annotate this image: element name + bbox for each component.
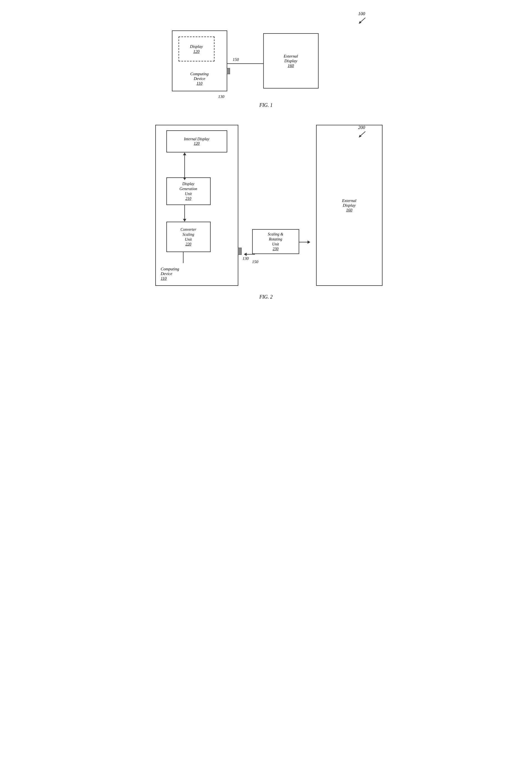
arrow-line-v	[184, 155, 185, 178]
scaling-rotating-box: Scaling &RotatingUnit 230	[252, 229, 299, 254]
external-display-box: ExternalDisplay 160	[263, 33, 319, 89]
scaling-rotating-ref: 230	[273, 247, 279, 251]
arrowhead-left-icon	[244, 253, 247, 256]
computing-device-label: ComputingDevice 110	[190, 72, 209, 86]
external-display-box2: ExternalDisplay 160	[316, 125, 383, 286]
arrow-down-2-icon	[183, 219, 186, 222]
middle-section: 150 Scaling &RotatingUnit 230	[244, 136, 299, 286]
h-line-left	[247, 254, 255, 254]
ref-150: 150	[233, 57, 239, 62]
display-ref: 120	[193, 49, 200, 54]
external-display-ref: 160	[288, 64, 294, 68]
display-gen-ref: 210	[186, 197, 191, 201]
right-arrow-area	[299, 240, 310, 244]
computing-device-ref: 110	[190, 81, 209, 86]
computing-device-text: ComputingDevice	[190, 72, 209, 81]
computing-device-ref2: 110	[161, 276, 179, 281]
internal-display-ref: 120	[194, 141, 200, 146]
port2	[238, 248, 242, 255]
external-display-ref2: 160	[346, 208, 352, 213]
computing-device-label2: ComputingDevice 110	[161, 267, 179, 281]
arrow-line-v3	[183, 252, 184, 263]
h-line-right	[299, 242, 308, 242]
fig1-caption: FIG. 1	[150, 102, 383, 108]
display-120-dashed-box: Display 120	[179, 36, 215, 62]
display-gen-box: DisplayGenerationUnit 210	[166, 178, 211, 205]
computing-device-box: Display 120 ComputingDevice 110 130	[172, 30, 227, 91]
external-display-label2: ExternalDisplay	[342, 198, 356, 208]
arrow-up-icon	[183, 152, 186, 155]
converter-scaling-box: ConverterScalingUnit 220	[166, 222, 211, 252]
computing-device-box2: Internal Display 120 Displ	[155, 125, 238, 286]
internal-display-label: Internal Display	[184, 137, 209, 141]
converter-scaling-label: ConverterScalingUnit	[181, 227, 196, 242]
fig1-ref-100: 100	[358, 11, 365, 17]
arrow-line-v2	[184, 205, 185, 219]
ref-130: 130	[218, 94, 224, 99]
display-label: Display	[190, 44, 203, 49]
fig2-ref-150: 150	[252, 259, 258, 264]
fig1-section: 100 Display 120 ComputingDevice 110	[150, 11, 383, 108]
converter-scaling-ref: 220	[186, 242, 191, 246]
fig2-section: 200 Internal Display 120	[150, 125, 383, 300]
internal-display-box: Internal Display 120	[166, 130, 227, 152]
computing-device-text2: ComputingDevice	[161, 267, 179, 276]
fig2-caption: FIG. 2	[150, 294, 383, 300]
external-display-label: ExternalDisplay	[284, 54, 298, 64]
arrowhead-right-icon	[308, 240, 310, 244]
port-130	[227, 68, 230, 74]
scaling-rotating-label: Scaling &RotatingUnit	[268, 232, 283, 247]
display-gen-label: DisplayGenerationUnit	[180, 182, 197, 197]
fig1-arrow-100-icon	[357, 17, 366, 24]
